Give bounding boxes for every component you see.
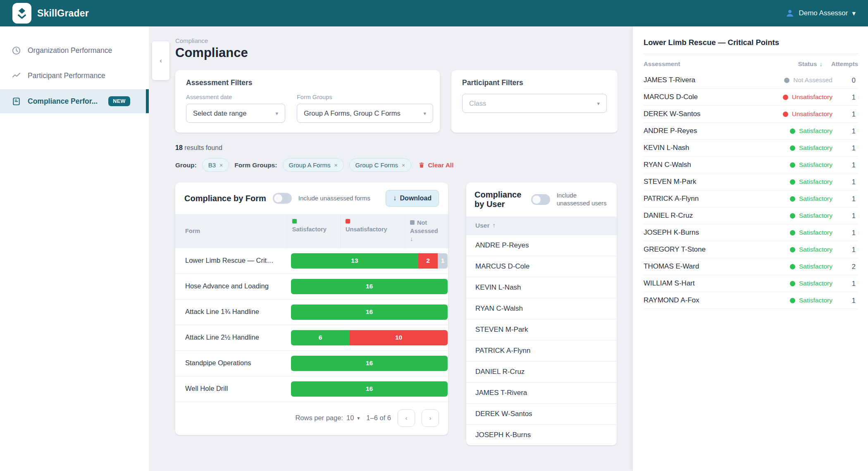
- download-button[interactable]: ↓ Download: [386, 190, 439, 207]
- remove-chip-icon[interactable]: ×: [219, 162, 223, 169]
- right-detail-panel: Lower Limb Rescue — Critical Points Asse…: [633, 26, 868, 471]
- previous-page-button[interactable]: ‹: [398, 409, 415, 427]
- attempts-value: 1: [832, 161, 858, 169]
- assessment-row: MARCUS D-ColeUnsatisfactory1: [644, 89, 858, 106]
- attempts-value: 1: [832, 144, 858, 152]
- column-assessment[interactable]: Assessment: [644, 60, 798, 67]
- form-groups-value: Group A Forms, Group C Forms: [304, 109, 401, 117]
- form-row[interactable]: Attack Line 1¾ Handline16: [175, 299, 448, 325]
- rows-per-page-select[interactable]: Rows per page: 10 ▾: [295, 414, 360, 422]
- stacked-bar: 1321: [291, 253, 448, 269]
- user-row[interactable]: MARCUS D-Cole: [466, 256, 617, 277]
- rows-per-page-value: 10: [346, 414, 354, 422]
- attempts-value: 1: [832, 195, 858, 203]
- column-user[interactable]: User ↑: [466, 216, 617, 235]
- status-dot-icon: [784, 78, 789, 83]
- remove-chip-icon[interactable]: ×: [334, 162, 337, 169]
- column-unsatisfactory[interactable]: Unsatisfactory: [340, 214, 405, 248]
- include-unassessed-forms-toggle[interactable]: [273, 193, 292, 204]
- sidebar-item-compliance-performance[interactable]: Compliance Perfor... NEW: [0, 89, 149, 113]
- date-range-select[interactable]: Select date range ▾: [186, 104, 285, 123]
- sidebar-item-participant-performance[interactable]: Participant Performance: [0, 64, 149, 88]
- form-row[interactable]: Standpipe Operations16: [175, 350, 448, 376]
- status-dot-icon: [790, 145, 795, 151]
- next-page-button[interactable]: ›: [422, 409, 439, 427]
- form-row[interactable]: Attack Line 2½ Handline610: [175, 325, 448, 350]
- assessment-row: DEREK W-SantosUnsatisfactory1: [644, 106, 858, 123]
- sort-descending-icon: ↓: [820, 60, 823, 67]
- pagination-range: 1–6 of 6: [366, 414, 391, 422]
- page-title: Compliance: [175, 45, 618, 60]
- compliance-by-form-card: Compliance by Form Include unassessed fo…: [175, 183, 448, 435]
- attempts-value: 1: [832, 246, 858, 254]
- stacked-bar: 16: [291, 279, 448, 294]
- form-row[interactable]: Hose Advance and Loading16: [175, 274, 448, 299]
- status-label: Satisfactory: [799, 161, 832, 169]
- user-row[interactable]: ANDRE P-Reyes: [466, 235, 617, 256]
- status-label: Satisfactory: [799, 212, 832, 219]
- assessment-filters-title: Assessment Filters: [186, 78, 429, 87]
- stacked-bar: 16: [291, 304, 448, 320]
- attempts-value: 1: [832, 110, 858, 118]
- form-row[interactable]: Lower Limb Rescue — Crit…1321: [175, 248, 448, 274]
- status-badge: Unsatisfactory: [783, 110, 832, 118]
- form-row[interactable]: Well Hole Drill16: [175, 376, 448, 402]
- assessment-name: KEVIN L-Nash: [644, 144, 790, 152]
- user-menu[interactable]: Demo Assessor ▾: [785, 9, 856, 18]
- user-table-body: ANDRE P-ReyesMARCUS D-ColeKEVIN L-NashRY…: [466, 235, 617, 445]
- bar-segment-unsatisfactory: 2: [418, 253, 438, 269]
- bar-segment-unsatisfactory: 10: [350, 330, 448, 345]
- status-label: Satisfactory: [799, 127, 832, 135]
- class-select[interactable]: Class ▾: [462, 94, 607, 113]
- remove-chip-icon[interactable]: ×: [402, 162, 405, 169]
- column-satisfactory[interactable]: Satisfactory: [287, 214, 340, 248]
- column-not-assessed[interactable]: Not Assessed ↓: [405, 214, 448, 248]
- filter-chip-group-a-forms[interactable]: Group A Forms ×: [283, 158, 344, 172]
- unsatisfactory-legend-square: [346, 219, 350, 224]
- column-attempts[interactable]: Attempts: [823, 60, 858, 67]
- sidebar-item-label: Participant Performance: [28, 71, 105, 80]
- include-unassessed-users-toggle[interactable]: [531, 194, 550, 205]
- assessment-name: JOSEPH K-Burns: [644, 228, 790, 237]
- user-row[interactable]: DEREK W-Santos: [466, 403, 617, 424]
- user-row[interactable]: DANIEL R-Cruz: [466, 361, 617, 382]
- assessment-name: GREGORY T-Stone: [644, 245, 790, 254]
- compliance-by-user-card: Compliance by User Include unassessed us…: [466, 183, 617, 445]
- user-row[interactable]: STEVEN M-Park: [466, 319, 617, 340]
- chip-text: B3: [208, 162, 216, 169]
- filter-chip-group-c-forms[interactable]: Group C Forms ×: [349, 158, 412, 172]
- user-row[interactable]: KEVIN L-Nash: [466, 277, 617, 298]
- column-status[interactable]: Status ↓: [798, 60, 823, 67]
- user-row[interactable]: JOSEPH K-Burns: [466, 424, 617, 445]
- chevron-left-icon: ‹: [160, 57, 162, 65]
- form-table-body: Lower Limb Rescue — Crit…1321Hose Advanc…: [175, 248, 448, 402]
- status-label: Satisfactory: [799, 229, 832, 236]
- form-groups-select[interactable]: Group A Forms, Group C Forms ▾: [297, 104, 433, 123]
- status-label: Unsatisfactory: [792, 110, 832, 118]
- stacked-bar-cell: 610: [291, 330, 448, 345]
- clear-all-button[interactable]: Clear All: [418, 162, 453, 169]
- trash-icon: [418, 162, 425, 169]
- user-row[interactable]: JAMES T-Rivera: [466, 382, 617, 403]
- assessment-name: DANIEL R-Cruz: [644, 212, 790, 220]
- sidebar-item-organization-performance[interactable]: Organization Performance: [0, 39, 149, 62]
- chevron-down-icon: ▾: [357, 415, 360, 421]
- column-form[interactable]: Form: [175, 214, 287, 248]
- filter-chip-b3[interactable]: B3 ×: [202, 158, 229, 172]
- assessment-date-label: Assessment date: [186, 94, 285, 100]
- collapse-sidebar-button[interactable]: ‹: [152, 41, 169, 80]
- chevron-down-icon: ▾: [423, 110, 426, 117]
- include-unassessed-forms-label: Include unassessed forms: [298, 195, 370, 202]
- assessment-row: WILLIAM S-HartSatisfactory1: [644, 275, 858, 292]
- clear-all-label: Clear All: [428, 162, 453, 169]
- user-avatar-icon: [785, 9, 794, 18]
- stacked-bar-cell: 1321: [291, 253, 448, 269]
- status-dot-icon: [790, 213, 795, 219]
- new-badge: NEW: [108, 96, 130, 106]
- user-row[interactable]: PATRICK A-Flynn: [466, 340, 617, 361]
- user-row[interactable]: RYAN C-Walsh: [466, 298, 617, 319]
- sort-ascending-icon: ↑: [492, 222, 496, 229]
- assessment-name: WILLIAM S-Hart: [644, 279, 790, 288]
- form-groups-chips-label: Form Groups:: [234, 162, 277, 169]
- clock-icon: [12, 46, 21, 55]
